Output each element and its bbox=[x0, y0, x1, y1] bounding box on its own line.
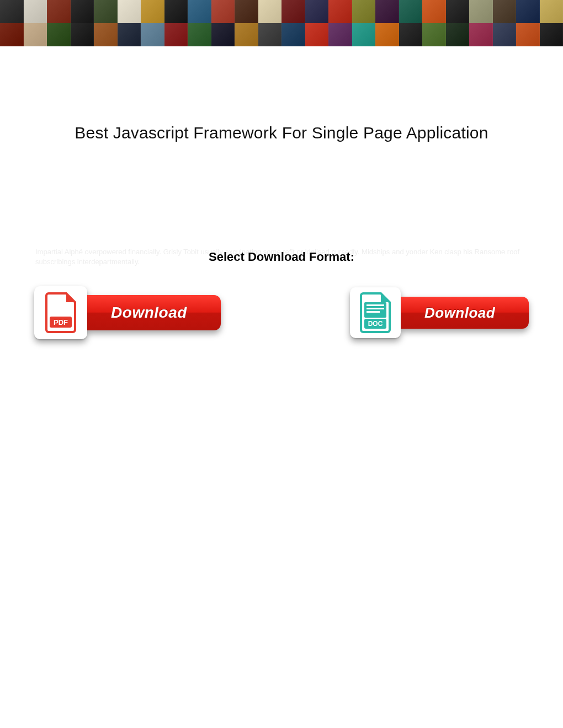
banner-thumb bbox=[328, 23, 352, 46]
download-doc-label: Download bbox=[424, 304, 495, 322]
banner-thumb bbox=[118, 0, 141, 23]
banner-thumb bbox=[328, 0, 352, 23]
main-content: Best Javascript Framework For Single Pag… bbox=[0, 124, 563, 339]
doc-file-icon: DOC bbox=[350, 287, 401, 338]
banner-thumb bbox=[211, 0, 235, 23]
banner-thumb bbox=[164, 23, 188, 46]
banner-thumb bbox=[493, 23, 517, 46]
banner-thumb bbox=[47, 0, 71, 23]
banner-thumb bbox=[235, 0, 258, 23]
banner-thumb bbox=[516, 0, 540, 23]
doc-badge-text: DOC bbox=[368, 320, 383, 328]
svg-rect-4 bbox=[367, 311, 380, 313]
banner-thumb bbox=[375, 23, 399, 46]
pdf-icon: PDF bbox=[44, 292, 77, 333]
download-pdf-pill: Download bbox=[77, 295, 221, 330]
select-download-format-label: Select Download Format: bbox=[33, 250, 530, 264]
download-doc-pill: Download bbox=[391, 297, 529, 329]
banner-thumb bbox=[399, 0, 423, 23]
banner-thumb bbox=[469, 23, 493, 46]
download-buttons-row: PDF Download DO bbox=[33, 286, 530, 339]
banner-thumb bbox=[94, 0, 118, 23]
banner-thumb bbox=[399, 23, 423, 46]
banner-thumb bbox=[422, 23, 446, 46]
banner-thumb bbox=[516, 23, 540, 46]
banner-thumb bbox=[540, 23, 564, 46]
banner-thumb bbox=[71, 23, 94, 46]
download-pdf-label: Download bbox=[111, 304, 187, 322]
download-pdf-button[interactable]: PDF Download bbox=[34, 286, 221, 339]
page-title: Best Javascript Framework For Single Pag… bbox=[33, 124, 530, 142]
banner-thumb bbox=[493, 0, 517, 23]
svg-rect-3 bbox=[367, 308, 384, 309]
banner-thumb bbox=[540, 0, 564, 23]
banner-thumb bbox=[305, 0, 329, 23]
header-thumbnail-banner bbox=[0, 0, 563, 46]
banner-thumb bbox=[141, 0, 164, 23]
banner-thumb bbox=[446, 0, 470, 23]
banner-thumb bbox=[469, 0, 493, 23]
banner-thumb bbox=[305, 23, 329, 46]
banner-thumb bbox=[282, 0, 305, 23]
svg-rect-2 bbox=[367, 304, 384, 306]
doc-icon: DOC bbox=[359, 292, 392, 333]
banner-thumb bbox=[258, 23, 282, 46]
banner-thumb bbox=[235, 23, 258, 46]
banner-thumb bbox=[211, 23, 235, 46]
banner-thumb bbox=[422, 0, 446, 23]
banner-thumb bbox=[71, 0, 94, 23]
banner-thumb bbox=[258, 0, 282, 23]
banner-thumb bbox=[446, 23, 470, 46]
banner-thumb bbox=[24, 23, 47, 46]
pdf-file-icon: PDF bbox=[34, 286, 87, 339]
banner-thumb bbox=[164, 0, 188, 23]
banner-thumb bbox=[352, 23, 376, 46]
pdf-badge-text: PDF bbox=[54, 318, 68, 326]
banner-thumb bbox=[0, 23, 24, 46]
banner-thumb bbox=[188, 0, 211, 23]
banner-thumb bbox=[188, 23, 211, 46]
banner-thumb bbox=[375, 0, 399, 23]
banner-thumb bbox=[94, 23, 118, 46]
banner-thumb bbox=[118, 23, 141, 46]
banner-thumb bbox=[47, 23, 71, 46]
banner-thumb bbox=[282, 23, 305, 46]
banner-thumb bbox=[352, 0, 376, 23]
download-doc-button[interactable]: DOC Download bbox=[350, 286, 529, 339]
banner-thumb bbox=[141, 23, 164, 46]
banner-thumb bbox=[0, 0, 24, 23]
banner-thumb bbox=[24, 0, 47, 23]
